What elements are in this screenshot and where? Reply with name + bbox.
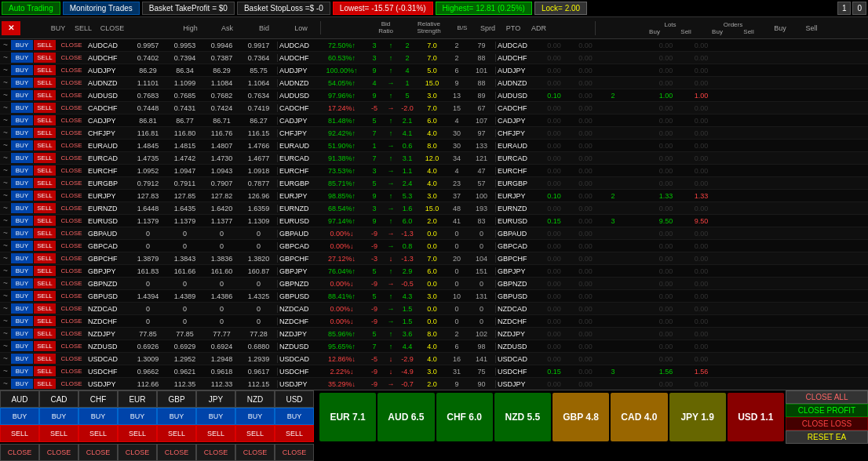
buy-button[interactable]: BUY [11, 329, 33, 339]
sell-button[interactable]: SELL [34, 366, 56, 376]
red-x-btn[interactable]: ✕ [2, 21, 20, 35]
sell-button[interactable]: SELL [34, 115, 56, 125]
monitoring-trades[interactable]: Monitoring Trades [63, 2, 140, 15]
sell-button[interactable]: SELL [34, 329, 56, 339]
curr-sell-nzd[interactable]: SELL [235, 425, 275, 442]
sell-button[interactable]: SELL [34, 341, 56, 351]
sell-button[interactable]: SELL [34, 90, 56, 100]
auto-trading-btn[interactable]: Auto Trading [2, 2, 60, 15]
buy-button[interactable]: BUY [11, 103, 33, 113]
curr-sell-jpy[interactable]: SELL [196, 425, 235, 442]
curr-buy-jpy[interactable]: BUY [196, 408, 235, 425]
curr-sell-cad[interactable]: SELL [39, 425, 78, 442]
close-button[interactable]: CLOSE [57, 228, 86, 238]
close-button[interactable]: CLOSE [57, 253, 86, 263]
curr-close-cad[interactable]: CLOSE [39, 444, 78, 461]
curr-buy-gbp[interactable]: BUY [157, 408, 196, 425]
close-button[interactable]: CLOSE [57, 366, 86, 376]
buy-button[interactable]: BUY [11, 128, 33, 138]
sell-button[interactable]: SELL [34, 140, 56, 151]
buy-button[interactable]: BUY [11, 366, 33, 376]
curr-label-jpy[interactable]: JPY [196, 390, 235, 408]
sell-button[interactable]: SELL [34, 303, 56, 314]
close-button[interactable]: CLOSE [57, 291, 86, 301]
curr-close-chf[interactable]: CLOSE [78, 444, 118, 461]
sell-button[interactable]: SELL [34, 103, 56, 113]
curr-sell-eur[interactable]: SELL [118, 425, 157, 442]
buy-button[interactable]: BUY [11, 216, 33, 226]
sell-button[interactable]: SELL [34, 53, 56, 63]
sell-button[interactable]: SELL [34, 379, 56, 389]
close-loss-button[interactable]: CLOSE LOSS [786, 417, 868, 430]
sell-button[interactable]: SELL [34, 40, 56, 50]
reset-ea-button[interactable]: RESET EA [786, 430, 868, 444]
buy-button[interactable]: BUY [11, 90, 33, 100]
buy-button[interactable]: BUY [11, 65, 33, 75]
close-button[interactable]: CLOSE [57, 341, 86, 351]
curr-close-nzd[interactable]: CLOSE [235, 444, 275, 461]
close-button[interactable]: CLOSE [57, 266, 86, 276]
close-button[interactable]: CLOSE [57, 191, 86, 201]
close-button[interactable]: CLOSE [57, 165, 86, 176]
buy-button[interactable]: BUY [11, 153, 33, 163]
buy-button[interactable]: BUY [11, 354, 33, 364]
close-profit-button[interactable]: CLOSE PROFIT [786, 404, 868, 417]
sell-button[interactable]: SELL [34, 203, 56, 213]
sell-button[interactable]: SELL [34, 216, 56, 226]
curr-sell-chf[interactable]: SELL [78, 425, 118, 442]
sell-button[interactable]: SELL [34, 65, 56, 75]
close-button[interactable]: CLOSE [57, 241, 86, 251]
buy-button[interactable]: BUY [11, 191, 33, 201]
close-button[interactable]: CLOSE [57, 379, 86, 389]
close-button[interactable]: CLOSE [57, 65, 86, 75]
sell-button[interactable]: SELL [34, 128, 56, 138]
buy-button[interactable]: BUY [11, 303, 33, 314]
curr-close-aud[interactable]: CLOSE [0, 444, 39, 461]
close-button[interactable]: CLOSE [57, 128, 86, 138]
trade-table[interactable]: ~ BUY SELL CLOSE AUDCAD 0.9957 0.9953 0.… [0, 39, 868, 390]
close-button[interactable]: CLOSE [57, 153, 86, 163]
buy-button[interactable]: BUY [11, 53, 33, 63]
curr-label-aud[interactable]: AUD [0, 390, 39, 408]
sell-button[interactable]: SELL [34, 153, 56, 163]
buy-button[interactable]: BUY [11, 140, 33, 151]
curr-close-jpy[interactable]: CLOSE [196, 444, 235, 461]
curr-label-chf[interactable]: CHF [78, 390, 118, 408]
curr-sell-usd[interactable]: SELL [275, 425, 314, 442]
buy-button[interactable]: BUY [11, 278, 33, 289]
buy-button[interactable]: BUY [11, 341, 33, 351]
curr-buy-eur[interactable]: BUY [118, 408, 157, 425]
sell-button[interactable]: SELL [34, 228, 56, 238]
curr-label-usd[interactable]: USD [275, 390, 314, 408]
sell-button[interactable]: SELL [34, 354, 56, 364]
curr-label-gbp[interactable]: GBP [157, 390, 196, 408]
buy-button[interactable]: BUY [11, 203, 33, 213]
sell-button[interactable]: SELL [34, 241, 56, 251]
close-button[interactable]: CLOSE [57, 303, 86, 314]
close-button[interactable]: CLOSE [57, 178, 86, 188]
curr-close-gbp[interactable]: CLOSE [157, 444, 196, 461]
close-button[interactable]: CLOSE [57, 316, 86, 326]
buy-button[interactable]: BUY [11, 40, 33, 50]
sell-button[interactable]: SELL [34, 191, 56, 201]
curr-close-usd[interactable]: CLOSE [275, 444, 314, 461]
buy-button[interactable]: BUY [11, 253, 33, 263]
buy-button[interactable]: BUY [11, 165, 33, 176]
curr-buy-nzd[interactable]: BUY [235, 408, 275, 425]
close-button[interactable]: CLOSE [57, 329, 86, 339]
close-button[interactable]: CLOSE [57, 40, 86, 50]
sell-button[interactable]: SELL [34, 316, 56, 326]
curr-buy-cad[interactable]: BUY [39, 408, 78, 425]
close-button[interactable]: CLOSE [57, 140, 86, 151]
close-all-button[interactable]: CLOSE ALL [786, 390, 868, 404]
sell-button[interactable]: SELL [34, 78, 56, 88]
curr-buy-usd[interactable]: BUY [275, 408, 314, 425]
sell-button[interactable]: SELL [34, 165, 56, 176]
buy-button[interactable]: BUY [11, 316, 33, 326]
buy-button[interactable]: BUY [11, 178, 33, 188]
sell-button[interactable]: SELL [34, 266, 56, 276]
curr-label-eur[interactable]: EUR [118, 390, 157, 408]
curr-close-eur[interactable]: CLOSE [118, 444, 157, 461]
sell-button[interactable]: SELL [34, 291, 56, 301]
buy-button[interactable]: BUY [11, 291, 33, 301]
